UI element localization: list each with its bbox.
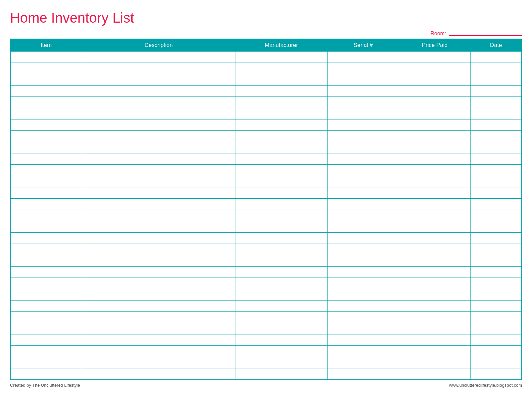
table-cell[interactable]	[470, 119, 522, 131]
table-cell[interactable]	[399, 74, 470, 86]
table-cell[interactable]	[82, 244, 235, 255]
table-cell[interactable]	[470, 165, 522, 176]
table-cell[interactable]	[470, 233, 522, 244]
table-cell[interactable]	[82, 86, 235, 97]
table-cell[interactable]	[328, 119, 399, 131]
table-cell[interactable]	[328, 165, 399, 176]
table-cell[interactable]	[10, 323, 82, 334]
table-cell[interactable]	[328, 267, 399, 278]
table-cell[interactable]	[328, 244, 399, 255]
table-cell[interactable]	[10, 97, 82, 108]
table-cell[interactable]	[235, 63, 328, 74]
table-cell[interactable]	[235, 176, 328, 187]
table-cell[interactable]	[10, 86, 82, 97]
table-cell[interactable]	[399, 119, 470, 131]
table-cell[interactable]	[470, 52, 522, 63]
table-cell[interactable]	[399, 301, 470, 312]
table-cell[interactable]	[399, 210, 470, 221]
table-cell[interactable]	[470, 278, 522, 289]
table-cell[interactable]	[10, 267, 82, 278]
table-cell[interactable]	[399, 289, 470, 301]
table-cell[interactable]	[399, 244, 470, 255]
table-cell[interactable]	[82, 153, 235, 165]
table-cell[interactable]	[399, 334, 470, 346]
table-cell[interactable]	[470, 153, 522, 165]
table-cell[interactable]	[82, 221, 235, 233]
table-cell[interactable]	[10, 301, 82, 312]
table-cell[interactable]	[328, 74, 399, 86]
table-cell[interactable]	[10, 289, 82, 301]
table-cell[interactable]	[470, 289, 522, 301]
table-cell[interactable]	[470, 301, 522, 312]
table-cell[interactable]	[10, 187, 82, 199]
table-cell[interactable]	[399, 255, 470, 267]
table-cell[interactable]	[470, 74, 522, 86]
table-cell[interactable]	[470, 368, 522, 380]
table-cell[interactable]	[328, 108, 399, 119]
table-cell[interactable]	[470, 97, 522, 108]
table-cell[interactable]	[235, 312, 328, 323]
table-cell[interactable]	[235, 119, 328, 131]
table-cell[interactable]	[82, 199, 235, 210]
table-cell[interactable]	[10, 52, 82, 63]
table-cell[interactable]	[82, 187, 235, 199]
table-cell[interactable]	[235, 278, 328, 289]
table-cell[interactable]	[235, 244, 328, 255]
table-cell[interactable]	[399, 187, 470, 199]
table-cell[interactable]	[235, 221, 328, 233]
table-cell[interactable]	[328, 210, 399, 221]
table-cell[interactable]	[82, 74, 235, 86]
table-cell[interactable]	[470, 221, 522, 233]
table-cell[interactable]	[328, 255, 399, 267]
table-cell[interactable]	[82, 176, 235, 187]
table-cell[interactable]	[235, 233, 328, 244]
table-cell[interactable]	[328, 323, 399, 334]
table-cell[interactable]	[10, 233, 82, 244]
table-cell[interactable]	[10, 244, 82, 255]
table-cell[interactable]	[328, 131, 399, 142]
table-cell[interactable]	[235, 346, 328, 357]
table-cell[interactable]	[328, 334, 399, 346]
table-cell[interactable]	[235, 334, 328, 346]
table-cell[interactable]	[235, 97, 328, 108]
table-cell[interactable]	[470, 346, 522, 357]
table-cell[interactable]	[235, 142, 328, 153]
table-cell[interactable]	[82, 289, 235, 301]
table-cell[interactable]	[470, 255, 522, 267]
table-cell[interactable]	[235, 52, 328, 63]
table-cell[interactable]	[328, 63, 399, 74]
table-cell[interactable]	[10, 74, 82, 86]
table-cell[interactable]	[235, 187, 328, 199]
table-cell[interactable]	[470, 108, 522, 119]
table-cell[interactable]	[235, 323, 328, 334]
table-cell[interactable]	[235, 255, 328, 267]
table-cell[interactable]	[82, 97, 235, 108]
table-cell[interactable]	[82, 301, 235, 312]
table-cell[interactable]	[82, 357, 235, 368]
table-cell[interactable]	[399, 357, 470, 368]
table-cell[interactable]	[470, 199, 522, 210]
table-cell[interactable]	[328, 52, 399, 63]
table-cell[interactable]	[235, 301, 328, 312]
table-cell[interactable]	[399, 176, 470, 187]
table-cell[interactable]	[10, 334, 82, 346]
table-cell[interactable]	[470, 334, 522, 346]
table-cell[interactable]	[399, 199, 470, 210]
table-cell[interactable]	[399, 52, 470, 63]
table-cell[interactable]	[470, 210, 522, 221]
table-cell[interactable]	[82, 63, 235, 74]
table-cell[interactable]	[235, 267, 328, 278]
table-cell[interactable]	[399, 278, 470, 289]
table-cell[interactable]	[10, 176, 82, 187]
table-cell[interactable]	[10, 255, 82, 267]
table-cell[interactable]	[328, 346, 399, 357]
table-cell[interactable]	[82, 233, 235, 244]
table-cell[interactable]	[10, 278, 82, 289]
table-cell[interactable]	[399, 131, 470, 142]
table-cell[interactable]	[82, 255, 235, 267]
table-cell[interactable]	[470, 244, 522, 255]
table-cell[interactable]	[470, 131, 522, 142]
table-cell[interactable]	[235, 210, 328, 221]
table-cell[interactable]	[399, 368, 470, 380]
table-cell[interactable]	[82, 323, 235, 334]
